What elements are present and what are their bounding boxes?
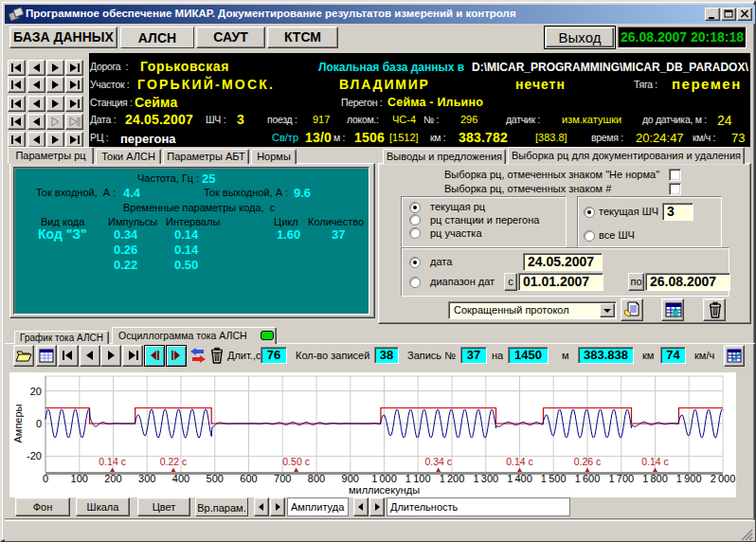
svg-text:0: 0 — [36, 418, 42, 429]
svg-text:0.14 с: 0.14 с — [506, 456, 533, 467]
svg-text:1 600: 1 600 — [575, 473, 601, 484]
svg-text:1 200: 1 200 — [440, 473, 465, 484]
svg-text:0.26 с: 0.26 с — [574, 456, 602, 467]
svg-text:900: 900 — [342, 473, 359, 484]
svg-text:0.14 с: 0.14 с — [99, 456, 126, 467]
svg-text:0.34 с: 0.34 с — [424, 456, 452, 467]
svg-text:Амперы: Амперы — [12, 404, 24, 443]
svg-text:400: 400 — [172, 473, 189, 484]
svg-text:2 000: 2 000 — [711, 473, 736, 484]
svg-text:0.50 с: 0.50 с — [282, 456, 310, 467]
svg-text:1 900: 1 900 — [676, 473, 702, 484]
svg-text:1 800: 1 800 — [642, 473, 668, 484]
svg-text:1 500: 1 500 — [541, 473, 567, 484]
svg-text:20: 20 — [30, 386, 42, 397]
svg-text:1 400: 1 400 — [507, 473, 532, 484]
svg-text:1 700: 1 700 — [608, 473, 634, 484]
svg-text:200: 200 — [104, 473, 121, 484]
svg-text:1 000: 1 000 — [371, 473, 397, 484]
svg-text:800: 800 — [308, 473, 325, 484]
svg-text:100: 100 — [71, 473, 88, 484]
svg-text:1 100: 1 100 — [405, 473, 431, 484]
svg-text:0.22 с: 0.22 с — [160, 456, 188, 467]
svg-text:0: 0 — [43, 473, 48, 484]
svg-text:300: 300 — [138, 473, 155, 484]
svg-text:500: 500 — [207, 473, 224, 484]
svg-text:-20: -20 — [27, 450, 42, 461]
svg-text:миллисекунды: миллисекунды — [349, 484, 420, 496]
svg-text:0.14 с: 0.14 с — [641, 456, 669, 467]
svg-text:700: 700 — [274, 473, 291, 484]
svg-text:1 300: 1 300 — [473, 473, 498, 484]
svg-text:600: 600 — [240, 473, 257, 484]
